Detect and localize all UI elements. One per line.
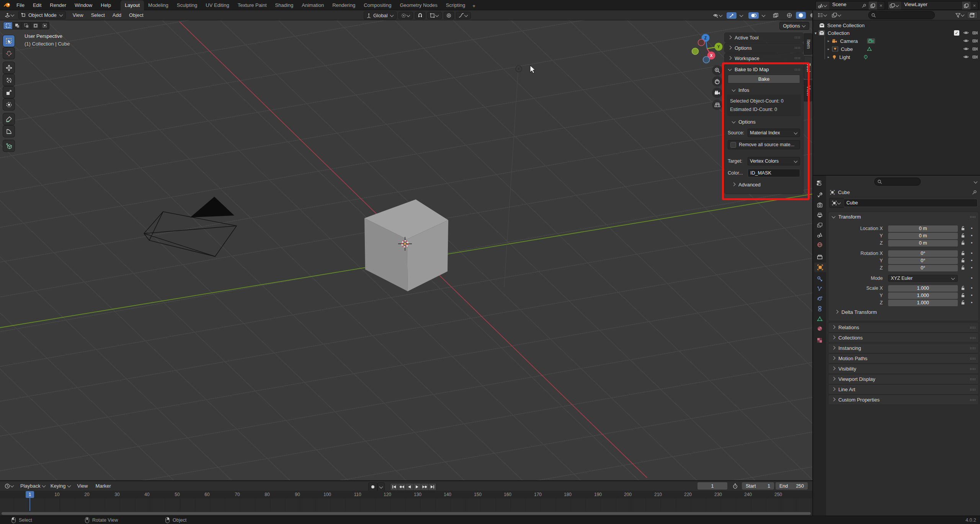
expand-arrow-icon[interactable]: ▸ bbox=[828, 47, 830, 51]
menu-render[interactable]: Render bbox=[46, 2, 70, 8]
camera-view-button[interactable] bbox=[712, 88, 722, 98]
drag-grip-icon[interactable] bbox=[970, 347, 975, 349]
pin-icon[interactable] bbox=[972, 190, 977, 195]
tool-select-box[interactable] bbox=[3, 35, 15, 47]
proportional-falloff-dropdown[interactable] bbox=[456, 12, 471, 19]
marker-menu[interactable]: Marker bbox=[91, 483, 114, 489]
panel-viewport-display[interactable]: Viewport Display bbox=[828, 374, 978, 384]
tool-add-cube[interactable] bbox=[3, 140, 15, 152]
outliner-row-scene-collection[interactable]: Scene Collection bbox=[813, 21, 980, 29]
overlays-dropdown[interactable] bbox=[760, 13, 767, 18]
menu-add[interactable]: Add bbox=[109, 12, 125, 18]
disable-render-camera-icon[interactable] bbox=[972, 30, 978, 35]
drag-grip-icon[interactable] bbox=[794, 36, 800, 39]
infos-subpanel-header[interactable]: Infos bbox=[725, 84, 803, 95]
view-menu[interactable]: View bbox=[74, 483, 92, 489]
properties-tab-tool[interactable] bbox=[814, 190, 825, 200]
animate-dot[interactable]: • bbox=[971, 240, 973, 246]
pan-hand-button[interactable] bbox=[712, 76, 722, 87]
zoom-button[interactable] bbox=[712, 65, 722, 75]
jump-to-end-button[interactable] bbox=[429, 483, 436, 490]
remove-source-materials-row[interactable]: Remove all source mate... bbox=[728, 140, 800, 149]
rotation-z-field[interactable]: 0° bbox=[888, 265, 958, 271]
viewport-options-dropdown[interactable]: Options bbox=[779, 22, 809, 30]
keying-menu[interactable]: Keying bbox=[48, 482, 74, 490]
menu-help[interactable]: Help bbox=[96, 2, 115, 8]
sidebar-tab-view[interactable]: View bbox=[804, 80, 812, 101]
properties-tab-physics[interactable] bbox=[814, 294, 825, 304]
location-y-field[interactable]: 0 m bbox=[888, 233, 958, 239]
rotation-mode-dropdown[interactable]: XYZ Euler bbox=[888, 275, 958, 282]
animate-dot[interactable]: • bbox=[971, 292, 973, 298]
menu-window[interactable]: Window bbox=[70, 2, 96, 8]
drag-grip-icon[interactable] bbox=[970, 326, 975, 329]
workspace-tab-modeling[interactable]: Modeling bbox=[144, 0, 173, 10]
remove-viewlayer-button[interactable]: × bbox=[970, 2, 978, 10]
gizmos-dropdown[interactable] bbox=[738, 13, 745, 18]
lock-icon[interactable] bbox=[961, 293, 965, 298]
editor-type-3d-viewport-icon[interactable] bbox=[2, 11, 17, 19]
scale-x-field[interactable]: 1.000 bbox=[888, 285, 958, 292]
hide-eye-icon[interactable] bbox=[963, 54, 969, 59]
select-mode-subtract-button[interactable] bbox=[22, 22, 31, 29]
add-workspace-button[interactable]: + bbox=[469, 2, 479, 10]
drag-grip-icon[interactable] bbox=[970, 357, 975, 360]
lock-icon[interactable] bbox=[961, 258, 965, 263]
delta-transform-subpanel[interactable]: Delta Transform bbox=[835, 309, 877, 315]
animate-dot[interactable]: • bbox=[971, 265, 973, 271]
animate-dot[interactable]: • bbox=[971, 275, 973, 281]
drag-grip-icon[interactable] bbox=[794, 57, 800, 59]
bake-panel-header[interactable]: Bake to ID Map bbox=[725, 64, 803, 74]
unlink-scene-button[interactable]: × bbox=[877, 2, 885, 10]
lock-icon[interactable] bbox=[961, 251, 965, 256]
lock-icon[interactable] bbox=[961, 300, 965, 305]
select-mode-extend-button[interactable] bbox=[13, 22, 22, 29]
hide-eye-icon[interactable] bbox=[963, 46, 969, 51]
properties-tab-texture[interactable] bbox=[814, 335, 825, 345]
panel-line-art[interactable]: Line Art bbox=[828, 385, 978, 394]
tool-transform[interactable] bbox=[3, 99, 15, 110]
animate-dot[interactable]: • bbox=[971, 225, 973, 231]
panel-options[interactable]: Options bbox=[725, 43, 803, 52]
expand-arrow-icon[interactable]: ▸ bbox=[828, 39, 830, 43]
workspace-tab-shading[interactable]: Shading bbox=[271, 0, 298, 10]
panel-active-tool[interactable]: Active Tool bbox=[725, 33, 803, 42]
new-scene-button[interactable] bbox=[868, 2, 877, 10]
workspace-tab-scripting[interactable]: Scripting bbox=[442, 0, 470, 10]
timeline-tracks[interactable] bbox=[0, 498, 812, 511]
tool-rotate[interactable] bbox=[3, 74, 15, 86]
properties-tab-scene[interactable] bbox=[814, 230, 825, 240]
editor-type-timeline-icon[interactable] bbox=[2, 483, 16, 490]
target-dropdown[interactable]: Vertex Colors bbox=[748, 157, 800, 165]
jump-to-start-button[interactable] bbox=[390, 483, 398, 490]
play-reverse-button[interactable] bbox=[406, 483, 413, 490]
playhead-line[interactable] bbox=[29, 498, 30, 511]
properties-filter-dropdown[interactable] bbox=[973, 179, 978, 185]
properties-tab-constraints[interactable] bbox=[814, 304, 825, 313]
transform-panel-header[interactable]: Transform bbox=[828, 212, 978, 222]
light-data-icon[interactable] bbox=[863, 55, 868, 60]
rotation-y-field[interactable]: 0° bbox=[888, 258, 958, 264]
lock-icon[interactable] bbox=[961, 265, 965, 270]
hide-eye-icon[interactable] bbox=[963, 38, 969, 43]
panel-visibility[interactable]: Visibility bbox=[828, 364, 978, 374]
outliner-filter-dropdown[interactable] bbox=[953, 12, 967, 18]
color-name-input[interactable]: ID_MASK bbox=[748, 169, 800, 177]
workspace-tab-animation[interactable]: Animation bbox=[297, 0, 328, 10]
properties-tab-world[interactable] bbox=[814, 240, 825, 250]
outliner-row-camera[interactable]: ▸ Camera bbox=[813, 37, 980, 45]
remove-source-materials-checkbox[interactable] bbox=[730, 142, 736, 148]
current-frame-field[interactable]: 1 bbox=[697, 482, 727, 490]
drag-grip-icon[interactable] bbox=[970, 389, 975, 391]
sidebar-tab-item[interactable]: Item bbox=[804, 34, 812, 54]
menu-select[interactable]: Select bbox=[87, 12, 109, 18]
expand-arrow-icon[interactable]: ▾ bbox=[815, 31, 817, 35]
location-z-field[interactable]: 0 m bbox=[888, 240, 958, 246]
scene-icon[interactable] bbox=[816, 2, 829, 10]
properties-tab-material[interactable] bbox=[814, 324, 825, 333]
drag-grip-icon[interactable] bbox=[970, 216, 975, 218]
workspace-tab-sculpting[interactable]: Sculpting bbox=[173, 0, 201, 10]
new-collection-button[interactable] bbox=[967, 11, 978, 19]
location-x-field[interactable]: 0 m bbox=[888, 225, 958, 232]
collection-checkbox[interactable]: ✓ bbox=[954, 30, 959, 36]
